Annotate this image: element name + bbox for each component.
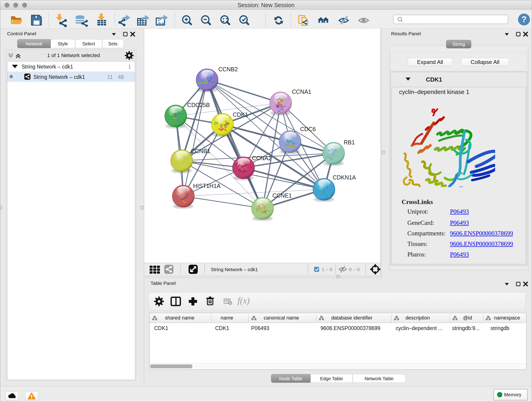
svg-text:?: ?	[521, 15, 526, 24]
svg-text:CCNB1: CCNB1	[191, 148, 210, 154]
svg-text:CCNE1: CCNE1	[272, 192, 292, 199]
svg-text:CCNA1: CCNA1	[292, 89, 311, 95]
svg-text:CCNA2: CCNA2	[252, 155, 272, 161]
svg-text:CDKN1A: CDKN1A	[333, 174, 356, 181]
svg-text:HIST1H1A: HIST1H1A	[193, 183, 221, 189]
svg-text:CCNB2: CCNB2	[218, 66, 238, 72]
svg-text:CDC25B: CDC25B	[187, 102, 210, 108]
svg-text:CDC6: CDC6	[300, 126, 316, 132]
svg-text:RB1: RB1	[344, 139, 355, 146]
svg-text:CDK1: CDK1	[233, 111, 248, 118]
